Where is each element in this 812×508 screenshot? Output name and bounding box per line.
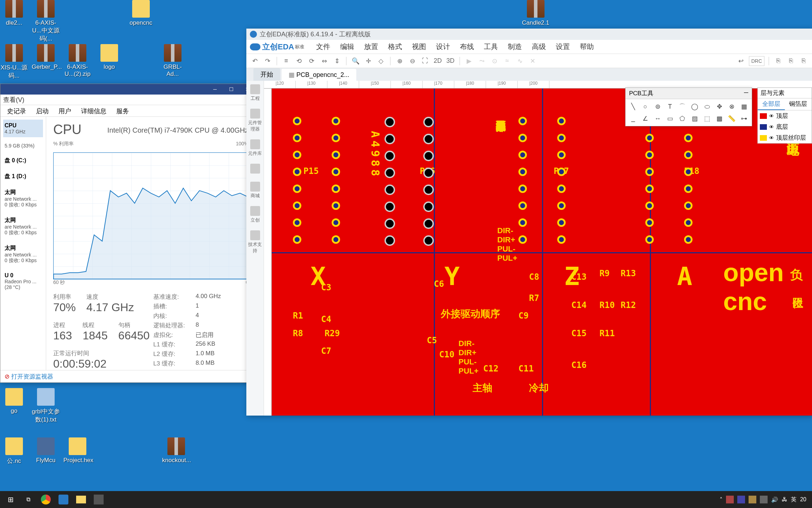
sidebar-cpu[interactable]: CPU 4.17 GHz xyxy=(3,120,43,137)
taskbar[interactable]: ⊞ ⧉ ˄ 🔊 🖧 英 20 xyxy=(0,491,812,508)
tab-startup[interactable]: 启动 xyxy=(31,105,54,116)
tray-app-4-icon[interactable] xyxy=(760,496,768,503)
flip-v-icon[interactable]: ⇕ xyxy=(332,56,342,66)
sidebar-gpu[interactable]: U 0 Radeon Pro ... (28 °C) xyxy=(3,270,43,293)
tray-app-3-icon[interactable] xyxy=(749,496,756,503)
desktop-icon[interactable]: dle2... xyxy=(0,0,28,26)
desktop-icon[interactable]: FlyMcu xyxy=(32,437,60,464)
tool-keepout[interactable]: ⬚ xyxy=(702,113,712,124)
diff-pair-icon[interactable]: ≈ xyxy=(502,56,512,66)
undo-icon[interactable]: ↶ xyxy=(250,56,260,66)
tool-rect[interactable]: ▭ xyxy=(665,113,675,124)
tool-circle[interactable]: ◯ xyxy=(689,101,700,112)
tab-history[interactable]: 史记录 xyxy=(2,105,31,116)
zoom-out-icon[interactable]: ⊖ xyxy=(407,56,417,66)
desktop-icon[interactable]: go xyxy=(0,388,28,415)
layers-tab-copper[interactable]: 铜箔层 xyxy=(785,98,812,110)
export-3-icon[interactable]: ⎘ xyxy=(799,56,808,66)
pcb-tools-panel[interactable]: PCB工具 ─ ╲ ○ ⊚ T ⌒ ◯ ⬭ ✥ ⊗ ▦ ⎯ ∠ ↔ ▭ ⬠ ▨ … xyxy=(625,87,752,126)
eda-menu-item[interactable]: 放置 xyxy=(359,42,383,52)
crosshair-icon[interactable]: ✛ xyxy=(363,56,373,66)
tab-services[interactable]: 服务 xyxy=(111,105,134,116)
start-button[interactable]: ⊞ xyxy=(2,492,19,507)
tool-fill[interactable]: ▩ xyxy=(714,113,725,124)
back-icon[interactable]: ↩ xyxy=(736,56,746,66)
tray-chevron-icon[interactable]: ˄ xyxy=(720,496,722,503)
eda-menu-item[interactable]: 布线 xyxy=(455,42,479,52)
tool-arc[interactable]: ⌒ xyxy=(677,101,688,112)
eda-menu-item[interactable]: 帮助 xyxy=(575,42,599,52)
tool-via[interactable]: ⊚ xyxy=(652,101,663,112)
search-icon[interactable]: 🔍 xyxy=(351,56,361,66)
zoom-fit-icon[interactable]: ⛶ xyxy=(420,56,430,66)
sidebar-disk-c[interactable]: 盘 0 (C:) xyxy=(3,154,43,167)
tool-move[interactable]: ✥ xyxy=(714,101,725,112)
tool-line[interactable]: ⎯ xyxy=(628,113,638,124)
tray-network-icon[interactable]: 🖧 xyxy=(782,496,787,503)
desktop-icon[interactable]: Candle2.1 xyxy=(522,0,550,26)
tool-angle[interactable]: ∠ xyxy=(640,113,651,124)
open-resource-monitor-link[interactable]: 打开资源监视器 xyxy=(11,373,53,380)
via-icon[interactable]: ⊙ xyxy=(490,56,499,66)
maximize-button[interactable]: ☐ xyxy=(223,84,239,95)
layer-row[interactable]: 👁顶层丝印层 xyxy=(758,132,812,143)
eda-menu-item[interactable]: 工具 xyxy=(479,42,503,52)
tab-pcb-opencnc[interactable]: ▦ PCB_opencnc_2... xyxy=(282,69,356,81)
tool-copper[interactable]: ▨ xyxy=(689,113,700,124)
tray-clock[interactable]: 20 xyxy=(800,496,806,503)
layers-tab-all[interactable]: 全部层 xyxy=(758,98,785,110)
leftbar-search[interactable] xyxy=(248,164,262,175)
flip-h-icon[interactable]: ⇔ xyxy=(319,56,329,66)
minimize-icon[interactable]: ─ xyxy=(744,89,748,97)
leftbar-libmgr[interactable]: 元件管理器 xyxy=(248,109,262,132)
tool-ellipse[interactable]: ⬭ xyxy=(702,101,712,112)
tray-language[interactable]: 英 xyxy=(791,496,796,503)
zoom-in-icon[interactable]: ⊕ xyxy=(395,56,405,66)
tool-track[interactable]: ╲ xyxy=(628,101,638,112)
layers-panel[interactable]: 层与元素 全部层 铜箔层 👁顶层👁底层👁顶层丝印层 xyxy=(757,87,812,144)
leftbar-support[interactable]: 技术支持 xyxy=(248,230,262,254)
desktop-icon[interactable]: knockout... xyxy=(162,437,190,464)
desktop-icon[interactable]: 6-AXIS-U...中文源码(... xyxy=(32,0,60,43)
tray-app-2-icon[interactable] xyxy=(737,496,745,503)
export-1-icon[interactable]: ⎘ xyxy=(773,56,783,66)
eye-icon[interactable]: 👁 xyxy=(769,135,774,141)
eda-menu-item[interactable]: 视图 xyxy=(407,42,431,52)
tool-dimension[interactable]: ↔ xyxy=(652,113,663,124)
eraser-icon[interactable]: ◇ xyxy=(376,56,386,66)
desktop-icon[interactable]: opencnc xyxy=(127,0,155,26)
eda-taskbar-icon[interactable] xyxy=(55,492,72,507)
eda-menu-item[interactable]: 文件 xyxy=(311,42,335,52)
desktop-icon[interactable]: Gerber_P... xyxy=(32,44,60,71)
eda-menu-item[interactable]: 制造 xyxy=(503,42,527,52)
eda-menu-item[interactable]: 设计 xyxy=(431,42,455,52)
layer-row[interactable]: 👁底层 xyxy=(758,121,812,132)
explorer-icon[interactable] xyxy=(73,492,90,507)
pcb-canvas[interactable]: open cnc X Y Z A A4988 内部是外接大口功顺率序电如机下 1… xyxy=(272,89,812,416)
desktop-icon[interactable]: XIS-U...源码... xyxy=(0,44,28,80)
rotate-right-icon[interactable]: ⟳ xyxy=(307,56,316,66)
desktop-icon[interactable]: 6-AXIS-U...(2).zip xyxy=(63,44,92,78)
tray-volume-icon[interactable]: 🔊 xyxy=(771,496,778,503)
view-2d-button[interactable]: 2D xyxy=(433,56,443,66)
desktop-icon[interactable]: grbl中文参数(1).txt xyxy=(32,388,60,424)
taskview-button[interactable]: ⧉ xyxy=(20,492,37,507)
pcb-board[interactable]: open cnc X Y Z A A4988 内部是外接大口功顺率序电如机下 1… xyxy=(272,89,812,416)
sidebar-ethernet-3[interactable]: 太网 are Network ... 0 接收: 0 Kbps xyxy=(3,242,43,267)
chrome-icon[interactable] xyxy=(37,492,54,507)
rotate-left-icon[interactable]: ⟲ xyxy=(294,56,304,66)
route-icon[interactable]: ⤳ xyxy=(477,56,487,66)
eda-menu-item[interactable]: 编辑 xyxy=(335,42,359,52)
tray-app-1-icon[interactable] xyxy=(726,496,734,503)
desktop-icon[interactable]: Project.hex xyxy=(63,437,92,464)
play-icon[interactable]: ▶ xyxy=(464,56,474,66)
cross-icon[interactable]: ✕ xyxy=(528,56,537,66)
tool-pad[interactable]: ○ xyxy=(640,101,651,112)
eda-canvas-area[interactable]: |120|130|140|150|160|170|180|190|200 ope… xyxy=(264,81,812,416)
leftbar-project[interactable]: 工程 xyxy=(248,84,262,102)
eda-menu-item[interactable]: 格式 xyxy=(383,42,407,52)
tool-measure[interactable]: 📏 xyxy=(726,113,737,124)
eye-icon[interactable]: 👁 xyxy=(769,113,774,119)
sidebar-ethernet-2[interactable]: 太网 are Network ... 0 接收: 0 Kbps xyxy=(3,214,43,239)
eda-menu-item[interactable]: 高级 xyxy=(527,42,551,52)
